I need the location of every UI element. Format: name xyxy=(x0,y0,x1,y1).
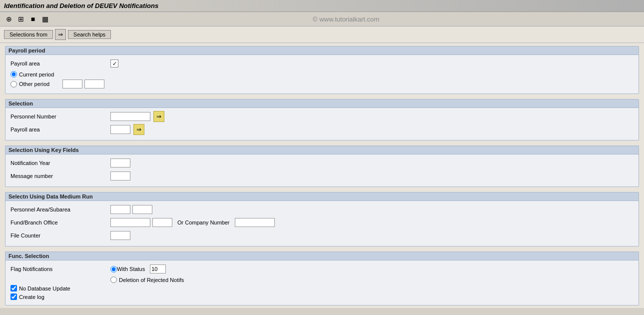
selection-title: Selection xyxy=(5,100,639,108)
main-content: Payroll period Payroll area ✓ Current pe… xyxy=(0,43,644,308)
key-fields-title: Selection Using Key Fields xyxy=(5,146,639,154)
fund-branch-row: Fund/Branch Office Or Company Number xyxy=(10,217,634,228)
current-period-label: Current period xyxy=(19,72,54,78)
personnel-area-label: Personnel Area/Subarea xyxy=(10,206,110,212)
file-counter-input[interactable] xyxy=(110,231,130,240)
no-db-update-row: No Database Update xyxy=(10,285,634,292)
selections-from-button[interactable]: Selections from xyxy=(4,30,53,39)
payroll-area-row: Payroll area ✓ xyxy=(10,58,634,69)
no-db-update-label: No Database Update xyxy=(19,286,70,292)
file-counter-row: File Counter xyxy=(10,230,634,241)
arrow-icon: ⇒ xyxy=(55,29,66,40)
toolbar-icon-3[interactable]: ■ xyxy=(28,14,38,24)
personnel-number-nav-btn[interactable]: ⇒ xyxy=(153,111,164,122)
create-log-row: Create log xyxy=(10,294,634,300)
deletion-rejected-radio[interactable] xyxy=(110,276,117,283)
deletion-rejected-label: Deletion of Rejected Notifs xyxy=(119,277,184,283)
personnel-area-input-1[interactable] xyxy=(110,205,130,214)
flag-notifications-label: Flag Notifications xyxy=(10,266,110,272)
message-number-row: Message number xyxy=(10,170,634,182)
no-db-update-checkbox[interactable] xyxy=(10,285,17,292)
message-number-label: Message number xyxy=(10,173,110,179)
section-data-medium: Selectn Using Data Medium Run Personnel … xyxy=(5,192,639,246)
toolbar-icon-4[interactable]: ▦ xyxy=(40,14,50,24)
other-period-radio[interactable] xyxy=(10,81,17,88)
toolbar: ⊕ ⊞ ■ ▦ © www.tutorialkart.com xyxy=(0,12,644,26)
with-status-label: With Status xyxy=(117,266,145,272)
watermark: © www.tutorialkart.com xyxy=(52,16,640,23)
payroll-area-nav-btn[interactable]: ⇒ xyxy=(133,124,144,135)
payroll-area-checkbox[interactable]: ✓ xyxy=(110,60,118,68)
message-number-input[interactable] xyxy=(110,172,130,180)
notification-year-row: Notification Year xyxy=(10,158,634,168)
or-company-label: Or Company Number xyxy=(177,220,230,226)
toolbar-icon-2[interactable]: ⊞ xyxy=(16,14,26,24)
notification-year-label: Notification Year xyxy=(10,160,110,166)
section-selection: Selection Personnel Number ⇒ Payroll are… xyxy=(5,99,639,140)
company-number-input[interactable] xyxy=(235,218,275,227)
flag-notifications-row: Flag Notifications With Status xyxy=(10,264,634,274)
payroll-period-title: Payroll period xyxy=(5,46,639,55)
payroll-area-selection-row: Payroll area ⇒ xyxy=(10,124,634,135)
current-period-row: Current period xyxy=(10,71,634,78)
create-log-label: Create log xyxy=(19,294,44,300)
with-status-value-input[interactable] xyxy=(150,264,166,274)
payroll-area-selection-input[interactable] xyxy=(110,125,130,134)
with-status-radio[interactable] xyxy=(110,266,117,272)
fund-branch-label: Fund/Branch Office xyxy=(10,220,110,226)
personnel-number-row: Personnel Number ⇒ xyxy=(10,111,634,122)
fund-branch-input-1[interactable] xyxy=(110,218,150,227)
personnel-number-input[interactable] xyxy=(110,112,150,121)
button-bar: Selections from ⇒ Search helps xyxy=(0,26,644,43)
fund-branch-input-2[interactable] xyxy=(152,218,172,227)
personnel-area-row: Personnel Area/Subarea xyxy=(10,204,634,215)
func-selection-title: Func. Selection xyxy=(5,252,639,260)
personnel-number-label: Personnel Number xyxy=(10,114,110,120)
current-period-radio[interactable] xyxy=(10,71,17,78)
other-period-input-1[interactable] xyxy=(62,80,82,88)
notification-year-input[interactable] xyxy=(110,158,130,168)
toolbar-icon-1[interactable]: ⊕ xyxy=(4,14,14,24)
data-medium-title: Selectn Using Data Medium Run xyxy=(5,192,639,201)
other-period-input-2[interactable] xyxy=(84,80,104,88)
search-helps-button[interactable]: Search helps xyxy=(68,30,111,39)
section-func-selection: Func. Selection Flag Notifications With … xyxy=(5,252,639,306)
section-key-fields: Selection Using Key Fields Notification … xyxy=(5,146,639,187)
section-payroll-period: Payroll period Payroll area ✓ Current pe… xyxy=(5,46,639,94)
create-log-checkbox[interactable] xyxy=(10,294,17,300)
title-bar: Identification and Deletion of DEUEV Not… xyxy=(0,0,644,12)
payroll-area-selection-label: Payroll area xyxy=(10,126,110,132)
personnel-area-input-2[interactable] xyxy=(132,205,152,214)
payroll-area-label: Payroll area xyxy=(10,60,110,66)
other-period-row: Other period xyxy=(10,80,634,88)
other-period-label: Other period xyxy=(19,81,49,87)
file-counter-label: File Counter xyxy=(10,232,110,238)
deletion-rejected-row: Deletion of Rejected Notifs xyxy=(10,276,634,283)
